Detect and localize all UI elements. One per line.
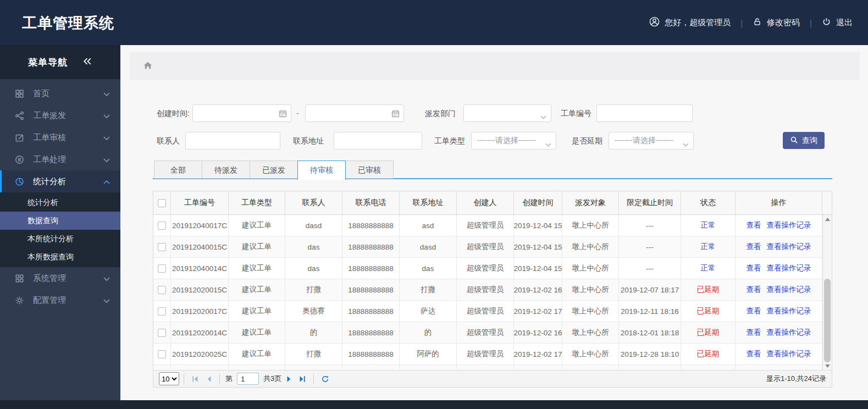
tab-待派发[interactable]: 待派发 (202, 161, 250, 179)
table-header-row: 工单编号工单类型联系人联系电话联系地址创建人创建时间派发对象限定截止时间状态操作 (153, 191, 832, 215)
prev-page-button[interactable] (202, 373, 215, 385)
cell-deadline: 2019-12-11 18:16 (619, 301, 681, 322)
sidebar-item-工单审核[interactable]: 工单审核 (0, 126, 120, 148)
calendar-icon[interactable] (391, 109, 400, 120)
address-input[interactable] (334, 132, 422, 149)
view-link[interactable]: 查看 (747, 306, 761, 316)
scrollbar-thumb[interactable] (824, 279, 831, 362)
view-log-link[interactable]: 查看操作记录 (767, 306, 811, 316)
contact-input[interactable] (186, 132, 280, 149)
footer-strip (0, 400, 868, 409)
view-link[interactable]: 查看 (747, 220, 761, 230)
sidebar-subitem-统计分析[interactable]: 统计分析 (0, 194, 120, 212)
tab-待审核[interactable]: 待审核 (297, 161, 346, 180)
sidebar-item-配置管理[interactable]: 配置管理 (0, 289, 120, 311)
view-link[interactable]: 查看 (747, 242, 761, 252)
view-log-link[interactable]: 查看操作记录 (767, 328, 811, 338)
table-body: 201912040017C建议工单dasd18888888888asd超级管理员… (153, 215, 832, 371)
row-checkbox[interactable] (158, 350, 166, 358)
user-greeting[interactable]: 您好，超级管理员 (649, 16, 731, 29)
cell-contact: das (285, 258, 342, 279)
row-checkbox[interactable] (158, 243, 166, 251)
column-header-创建人: 创建人 (457, 191, 514, 214)
home-icon[interactable] (143, 60, 153, 72)
view-log-link[interactable]: 查看操作记录 (767, 242, 811, 252)
search-icon (790, 136, 798, 146)
sidebar-subitem-本所数据查询[interactable]: 本所数据查询 (0, 248, 120, 266)
view-log-link[interactable]: 查看操作记录 (767, 263, 811, 273)
select-all-checkbox[interactable] (158, 199, 166, 207)
cell-type: 建议工单 (229, 322, 285, 343)
tab-已审核[interactable]: 已审核 (345, 161, 394, 179)
sidebar-subitem-本所统计分析[interactable]: 本所统计分析 (0, 230, 120, 248)
order-type-select[interactable]: -------请选择------- (471, 132, 556, 150)
view-log-link[interactable]: 查看操作记录 (767, 349, 811, 359)
column-header-派发对象: 派发对象 (562, 191, 619, 214)
app-title: 工单管理系统 (22, 13, 114, 33)
create-time-start-input[interactable] (193, 105, 291, 121)
tab-已派发[interactable]: 已派发 (250, 161, 298, 179)
cell-order_no: 201912020017C (171, 301, 229, 322)
scroll-down-icon[interactable] (823, 362, 832, 371)
cell-deadline: 2019-12-28 18:10 (619, 344, 681, 364)
first-page-button[interactable] (189, 373, 202, 385)
sidebar-item-工单处理[interactable]: 工单处理 (0, 148, 120, 170)
row-checkbox[interactable] (158, 286, 166, 294)
power-icon (822, 17, 831, 28)
cell-type: 建议工单 (229, 215, 285, 236)
delay-select[interactable]: -------请选择------- (609, 132, 694, 150)
last-page-button[interactable] (296, 373, 309, 385)
row-checkbox[interactable] (158, 264, 166, 273)
view-log-link[interactable]: 查看操作记录 (767, 285, 811, 295)
row-checkbox[interactable] (158, 307, 166, 316)
column-header-联系地址: 联系地址 (400, 191, 457, 214)
cell-deadline: 2019-12-07 18:17 (619, 279, 681, 300)
chevron-down-icon (103, 89, 110, 98)
sidebar-item-首页[interactable]: 首页 (0, 82, 120, 104)
sidebar-item-工单派发[interactable]: 工单派发 (0, 104, 120, 126)
date-range-separator: - (296, 104, 299, 122)
cell-creator: 超级管理员 (457, 236, 514, 257)
sidebar-item-label: 工单派发 (33, 110, 103, 121)
row-checkbox-cell (153, 258, 171, 279)
refresh-button[interactable] (318, 373, 331, 385)
sidebar-item-系统管理[interactable]: 系统管理 (0, 267, 120, 289)
row-checkbox[interactable] (158, 329, 166, 337)
dispatch-dept-label: 派发部门 (425, 104, 456, 122)
create-time-end-input[interactable] (306, 105, 403, 121)
page-number-input[interactable] (237, 373, 259, 385)
view-link[interactable]: 查看 (747, 263, 761, 273)
cell-address: 的 (400, 322, 457, 343)
collapse-sidebar-icon[interactable] (82, 56, 92, 69)
calendar-icon[interactable] (278, 109, 288, 120)
next-page-button[interactable] (283, 373, 296, 385)
view-link[interactable]: 查看 (747, 349, 761, 359)
cell-phone: 18888888888 (342, 279, 400, 300)
view-log-link[interactable]: 查看操作记录 (767, 220, 811, 230)
scroll-up-icon[interactable] (823, 215, 832, 224)
cell-contact: das (285, 236, 342, 257)
dispatch-dept-select[interactable] (463, 104, 551, 122)
user-icon (649, 16, 660, 29)
row-checkbox[interactable] (158, 222, 166, 230)
cell-status: 已延期 (681, 301, 736, 322)
row-checkbox-cell (153, 236, 171, 257)
cell-type: 建议工单 (229, 344, 285, 364)
process-icon (15, 154, 25, 164)
vertical-scrollbar[interactable] (822, 215, 832, 371)
search-button[interactable]: 查询 (783, 132, 825, 149)
order-no-input[interactable] (597, 105, 692, 121)
logout-button[interactable]: 退出 (822, 17, 853, 28)
cell-target: 墩上中心所 (562, 279, 619, 300)
cell-address: 打撒 (400, 279, 457, 300)
tab-全部[interactable]: 全部 (154, 161, 202, 179)
view-link[interactable]: 查看 (747, 328, 761, 338)
sidebar-subitem-数据查询[interactable]: 数据查询 (0, 212, 120, 230)
cell-contact: 奥德赛 (285, 301, 342, 322)
address-label: 联系地址 (293, 132, 324, 150)
change-password-button[interactable]: 修改密码 (753, 17, 800, 28)
chevron-down-icon (103, 111, 110, 120)
sidebar-item-统计分析[interactable]: 统计分析 (0, 170, 120, 192)
page-size-select[interactable]: 10 (159, 372, 179, 385)
view-link[interactable]: 查看 (747, 285, 761, 295)
